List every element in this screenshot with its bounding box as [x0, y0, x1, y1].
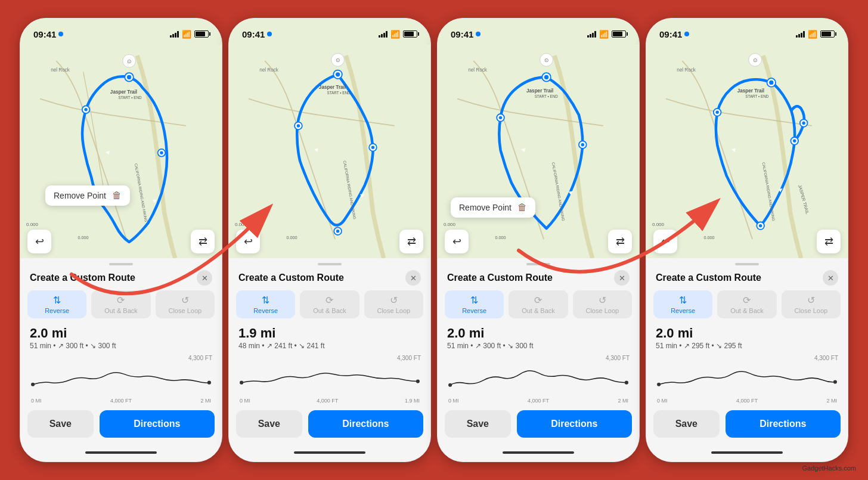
closeloop-btn-2[interactable]: ↺ Close Loop: [364, 290, 423, 318]
outback-label-4: Out & Back: [730, 307, 764, 314]
directions-btn-4[interactable]: Directions: [726, 410, 841, 438]
reverse-btn-1[interactable]: ⇅ Reverse: [27, 290, 86, 318]
directions-btn-1[interactable]: Directions: [100, 410, 215, 438]
reverse-icon-2: ⇅: [262, 295, 269, 306]
outback-btn-2[interactable]: ⟳ Out & Back: [300, 290, 359, 318]
closeloop-icon-3: ↺: [599, 295, 606, 306]
outback-icon-1: ⟳: [117, 295, 125, 306]
reverse-btn-2[interactable]: ⇅ Reverse: [236, 290, 295, 318]
home-indicator-3: [438, 444, 639, 462]
map-area-3[interactable]: ▲ ▲ ⊙ nel Rock Jasper Trail START • END …: [438, 45, 639, 258]
trash-icon-1: 🗑: [112, 190, 122, 201]
remove-point-popup-3[interactable]: Remove Point 🗑: [451, 197, 535, 218]
sheet-title-4: Create a Custom Route: [656, 272, 761, 283]
phone-4: 09:41 📶: [646, 18, 848, 462]
svg-point-4: [84, 108, 87, 111]
map-area-4[interactable]: ▲ ▲ ⊙ nel Rock Jasper Trail START • END …: [646, 45, 848, 258]
undo-btn-1[interactable]: ↩: [27, 230, 51, 253]
outback-btn-3[interactable]: ⟳ Out & Back: [509, 290, 568, 318]
watermark: GadgetHacks.com: [802, 464, 856, 472]
closeloop-icon-4: ↺: [807, 295, 815, 306]
details-4: 51 min • ↗ 295 ft • ↘ 295 ft: [656, 342, 838, 350]
closeloop-btn-1[interactable]: ↺ Close Loop: [156, 290, 215, 318]
outback-label-2: Out & Back: [313, 307, 346, 314]
svg-point-39: [416, 380, 420, 383]
map-area-2[interactable]: ▲ ▲ ⊙ nel Rock Jasper Trail START • END …: [229, 45, 430, 258]
save-btn-2[interactable]: Save: [236, 410, 302, 438]
elev-top-1: 4,300 FT: [30, 355, 212, 361]
close-btn-3[interactable]: ✕: [614, 270, 630, 286]
distance-2: 1.9 mi: [238, 326, 421, 341]
closeloop-label-3: Close Loop: [585, 307, 619, 314]
elev-bottom-3: 0 MI 4,000 FT 2 MI: [447, 397, 630, 404]
bottom-actions-1: Save Directions: [20, 405, 222, 444]
map-svg-2: ▲ ▲ ⊙ nel Rock Jasper Trail START • END …: [229, 45, 430, 258]
details-2: 48 min • ↗ 241 ft • ↘ 241 ft: [238, 342, 421, 350]
remove-point-text-1: Remove Point: [54, 191, 106, 200]
reverse-label-3: Reverse: [462, 307, 486, 314]
sheet-header-2: Create a Custom Route ✕: [229, 269, 430, 290]
svg-text:⊙: ⊙: [544, 57, 549, 63]
undo-btn-4[interactable]: ↩: [653, 230, 677, 253]
route-stats-3: 2.0 mi 51 min • ↗ 300 ft • ↘ 300 ft: [438, 324, 639, 352]
options-btn-4[interactable]: ⇄: [817, 230, 841, 253]
status-icons-4: 📶: [796, 30, 835, 39]
close-btn-1[interactable]: ✕: [197, 270, 212, 286]
close-btn-4[interactable]: ✕: [823, 270, 838, 286]
map-svg-1: ▲ ▲ ⊙ nel Rock Jasper Trail START • END …: [20, 45, 222, 258]
elev-svg-3: [447, 362, 630, 395]
svg-point-48: [581, 143, 584, 146]
outback-btn-1[interactable]: ⟳ Out & Back: [91, 290, 150, 318]
close-btn-2[interactable]: ✕: [405, 270, 421, 286]
svg-point-59: [625, 381, 628, 385]
map-scale-4: 0.000: [652, 222, 664, 227]
svg-point-19: [207, 381, 211, 385]
reverse-label-2: Reverse: [253, 307, 278, 314]
elev-top-2: 4,300 FT: [238, 355, 421, 361]
distance-3: 2.0 mi: [447, 326, 630, 341]
save-btn-4[interactable]: Save: [653, 410, 720, 438]
directions-btn-3[interactable]: Directions: [517, 410, 632, 438]
svg-text:▲: ▲: [103, 148, 111, 156]
directions-btn-2[interactable]: Directions: [308, 410, 423, 438]
svg-text:nel Rock: nel Rock: [51, 67, 70, 73]
options-btn-3[interactable]: ⇄: [608, 230, 632, 253]
closeloop-btn-3[interactable]: ↺ Close Loop: [573, 290, 632, 318]
undo-btn-2[interactable]: ↩: [236, 230, 260, 253]
svg-text:Jasper Trail: Jasper Trail: [737, 88, 764, 94]
bottom-sheet-1: Create a Custom Route ✕ ⇅ Reverse ⟳ Out …: [20, 258, 222, 462]
route-options-2: ⇅ Reverse ⟳ Out & Back ↺ Close Loop: [229, 290, 430, 324]
outback-icon-2: ⟳: [326, 295, 333, 306]
reverse-btn-4[interactable]: ⇅ Reverse: [653, 290, 712, 318]
svg-text:START • END: START • END: [745, 94, 769, 98]
outback-btn-4[interactable]: ⟳ Out & Back: [717, 290, 776, 318]
reverse-label-4: Reverse: [671, 307, 695, 314]
time-4: 09:41: [659, 29, 689, 39]
closeloop-btn-4[interactable]: ↺ Close Loop: [782, 290, 841, 318]
svg-point-81: [657, 383, 661, 386]
nav-dot-4: [684, 32, 689, 36]
svg-point-28: [371, 145, 374, 148]
time-1: 09:41: [33, 29, 63, 39]
remove-point-popup-1[interactable]: Remove Point 🗑: [45, 185, 130, 206]
svg-point-22: [336, 72, 340, 76]
route-options-4: ⇅ Reverse ⟳ Out & Back ↺ Close Loop: [646, 290, 848, 324]
bottom-sheet-2: Create a Custom Route ✕ ⇅ Reverse ⟳ Out …: [229, 258, 430, 462]
map-controls-2: ↩ ⇄: [229, 230, 430, 253]
reverse-btn-3[interactable]: ⇅ Reverse: [445, 290, 504, 318]
map-area-1[interactable]: ▲ ▲ ⊙ nel Rock Jasper Trail START • END …: [20, 45, 222, 258]
undo-btn-3[interactable]: ↩: [445, 230, 469, 253]
save-btn-3[interactable]: Save: [445, 410, 511, 438]
signal-icon-4: [796, 30, 805, 38]
outback-label-3: Out & Back: [522, 307, 555, 314]
svg-point-24: [297, 124, 300, 127]
save-btn-1[interactable]: Save: [27, 410, 94, 438]
options-btn-2[interactable]: ⇄: [399, 230, 423, 253]
svg-point-44: [499, 116, 502, 119]
svg-text:nel Rock: nel Rock: [468, 67, 488, 73]
reverse-label-1: Reverse: [45, 307, 69, 314]
svg-point-66: [759, 224, 762, 227]
home-indicator-1: [20, 444, 222, 462]
options-btn-1[interactable]: ⇄: [191, 230, 215, 253]
elev-top-4: 4,300 FT: [656, 355, 838, 361]
